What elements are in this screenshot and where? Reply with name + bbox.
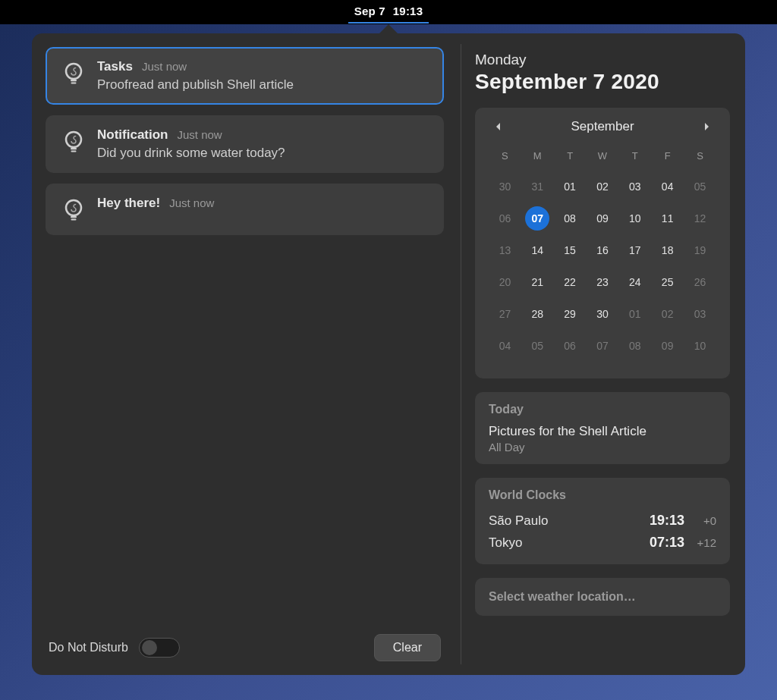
- notification-card[interactable]: Hey there!Just now: [46, 184, 444, 235]
- calendar-day[interactable]: 30: [587, 301, 619, 327]
- chevron-right-icon: [703, 123, 710, 130]
- calendar-day[interactable]: 18: [651, 237, 684, 263]
- svg-point-0: [66, 64, 81, 79]
- calendar-day[interactable]: 23: [587, 269, 619, 295]
- weather-location-button[interactable]: Select weather location…: [475, 578, 730, 616]
- calendar-day[interactable]: 16: [587, 237, 619, 263]
- calendar-dow: S: [489, 147, 521, 168]
- calendar-day[interactable]: 27: [489, 301, 521, 327]
- calendar-day[interactable]: 19: [684, 237, 716, 263]
- calendar-day[interactable]: 09: [587, 206, 619, 231]
- notification-app-icon: [61, 61, 87, 86]
- notification-time: Just now: [169, 196, 214, 209]
- calendar-day[interactable]: 06: [489, 206, 521, 231]
- dnd-label: Do Not Disturb: [49, 641, 128, 654]
- world-clock-offset: +12: [692, 536, 716, 549]
- lightbulb-icon: [61, 61, 86, 86]
- dnd-switch[interactable]: [139, 638, 180, 658]
- calendar-day[interactable]: 08: [554, 206, 587, 231]
- calendar-day[interactable]: 13: [489, 237, 521, 263]
- world-clock-time: 07:13: [640, 535, 684, 551]
- calendar-day[interactable]: 09: [651, 333, 684, 359]
- notification-body: Did you drink some water today?: [97, 146, 429, 161]
- notification-card[interactable]: TasksJust nowProofread and publish Shell…: [46, 47, 444, 105]
- world-clock-offset: +0: [692, 514, 716, 527]
- calendar-day[interactable]: 04: [651, 174, 684, 199]
- calendar-day[interactable]: 29: [554, 301, 587, 327]
- calendar-panel: Monday September 7 2020 September SMTWTF…: [469, 44, 735, 664]
- calendar-day[interactable]: 15: [554, 237, 587, 263]
- clear-button[interactable]: Clear: [374, 634, 441, 661]
- flyout-arrow: [379, 24, 398, 33]
- svg-rect-7: [71, 216, 77, 218]
- calendar-day[interactable]: 03: [618, 174, 651, 199]
- notification-card[interactable]: NotificationJust nowDid you drink some w…: [46, 115, 444, 173]
- calendar-day[interactable]: 26: [684, 269, 716, 295]
- date-heading: Monday September 7 2020: [475, 52, 730, 94]
- calendar-day[interactable]: 10: [618, 206, 651, 231]
- calendar-day[interactable]: 10: [684, 333, 716, 359]
- calendar-day[interactable]: 28: [521, 301, 554, 327]
- calendar-day[interactable]: 02: [651, 301, 684, 327]
- calendar-day[interactable]: 30: [489, 174, 521, 199]
- svg-rect-5: [71, 151, 77, 152]
- calendar-day[interactable]: 12: [684, 206, 716, 231]
- calendar-day[interactable]: 07: [521, 206, 554, 231]
- lightbulb-icon: [61, 198, 86, 222]
- notification-time: Just now: [178, 128, 222, 141]
- events-section[interactable]: Today Pictures for the Shell ArticleAll …: [475, 392, 730, 464]
- notification-app-icon: [61, 129, 87, 155]
- calendar-dow: S: [684, 147, 716, 168]
- events-heading: Today: [489, 403, 716, 416]
- notification-title: Tasks: [97, 59, 133, 74]
- calendar-day[interactable]: 25: [651, 269, 684, 295]
- topbar-date: Sep 7: [354, 5, 385, 17]
- calendar-day[interactable]: 01: [618, 301, 651, 327]
- date-full: September 7 2020: [475, 70, 730, 94]
- calendar-day[interactable]: 22: [554, 269, 587, 295]
- world-clock-time: 19:13: [640, 513, 684, 529]
- notification-app-icon: [61, 197, 87, 223]
- calendar-day[interactable]: 24: [618, 269, 651, 295]
- calendar-day[interactable]: 07: [587, 333, 619, 359]
- topbar: Sep 7 19:13: [0, 0, 777, 24]
- topbar-clock[interactable]: Sep 7 19:13: [348, 2, 429, 24]
- calendar-day[interactable]: 08: [618, 333, 651, 359]
- calendar-day[interactable]: 17: [618, 237, 651, 263]
- calendar-day[interactable]: 05: [684, 174, 716, 199]
- chevron-left-icon: [495, 123, 502, 130]
- calendar-day[interactable]: 20: [489, 269, 521, 295]
- calendar-day[interactable]: 11: [651, 206, 684, 231]
- calendar-day[interactable]: 04: [489, 333, 521, 359]
- world-clocks-section[interactable]: World Clocks São Paulo19:13+0Tokyo07:13+…: [475, 478, 730, 564]
- calendar-day[interactable]: 14: [521, 237, 554, 263]
- divider: [461, 44, 461, 664]
- svg-point-3: [66, 132, 81, 147]
- calendar-day[interactable]: 03: [684, 301, 716, 327]
- calendar-prev-button[interactable]: [490, 118, 507, 135]
- notification-time: Just now: [142, 60, 187, 73]
- calendar: September SMTWTFS30310102030405060708091…: [475, 108, 730, 378]
- world-clock-row: São Paulo19:13+0: [489, 510, 716, 532]
- calendar-dow: T: [554, 147, 587, 168]
- calendar-day[interactable]: 21: [521, 269, 554, 295]
- notification-title: Notification: [97, 127, 168, 143]
- world-clocks-heading: World Clocks: [489, 488, 716, 502]
- date-menu-flyout: TasksJust nowProofread and publish Shell…: [32, 24, 745, 675]
- calendar-month-label: September: [571, 119, 634, 134]
- calendar-next-button[interactable]: [698, 118, 715, 135]
- date-dow: Monday: [475, 52, 730, 68]
- notifications-panel: TasksJust nowProofread and publish Shell…: [42, 44, 453, 664]
- topbar-time: 19:13: [393, 5, 423, 17]
- calendar-day[interactable]: 31: [521, 174, 554, 199]
- calendar-day[interactable]: 01: [554, 174, 587, 199]
- calendar-dow: F: [651, 147, 684, 168]
- calendar-day[interactable]: 02: [587, 174, 619, 199]
- calendar-grid: SMTWTFS303101020304050607080910111213141…: [489, 141, 716, 365]
- svg-rect-1: [71, 80, 77, 81]
- svg-rect-2: [71, 83, 77, 84]
- world-clock-row: Tokyo07:13+12: [489, 532, 716, 554]
- world-clock-city: São Paulo: [489, 513, 633, 529]
- calendar-day[interactable]: 05: [521, 333, 554, 359]
- calendar-day[interactable]: 06: [554, 333, 587, 359]
